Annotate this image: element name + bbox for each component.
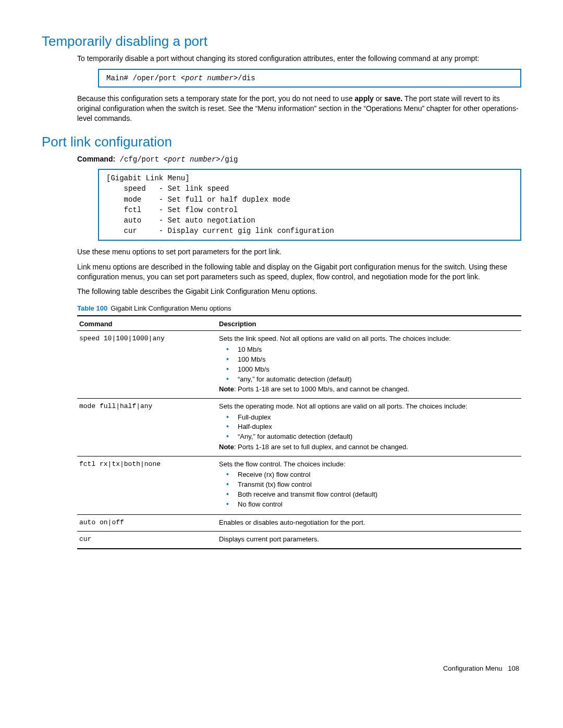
table-row: auto on|offEnables or disables auto-nego… — [77, 514, 521, 532]
note-line: Note: Ports 1-18 are set to full duplex,… — [219, 442, 519, 452]
code-prefix: Main# /oper/port — [106, 74, 181, 82]
code-suffix: /dis — [238, 74, 255, 82]
desc-lead: Sets the operating mode. Not all options… — [219, 402, 519, 411]
table-cell-description: Displays current port parameters. — [217, 532, 521, 549]
table-caption: Table 100Gigabit Link Configuration Menu… — [77, 304, 521, 313]
note-label: Note — [219, 443, 234, 451]
para-use-menu: Use these menu options to set port param… — [77, 247, 521, 257]
para-bold-apply: apply — [354, 94, 374, 103]
table-row: fctl rx|tx|both|noneSets the flow contro… — [77, 456, 521, 514]
desc-lead: Enables or disables auto-negotiation for… — [219, 518, 519, 527]
table-row: speed 10|100|1000|anySets the link speed… — [77, 331, 521, 399]
table-cell-command: speed 10|100|1000|any — [77, 331, 217, 399]
para-seg-a: Because this configuration sets a tempor… — [77, 94, 354, 103]
list-item: 100 Mb/s — [226, 354, 519, 364]
list-item: Full-duplex — [226, 412, 519, 422]
para-seg-mid: or — [374, 94, 384, 103]
table-caption-text: Gigabit Link Configuration Menu options — [111, 304, 231, 312]
table-cell-command: fctl rx|tx|both|none — [77, 456, 217, 514]
code-box-gigabit-menu: [Gigabit Link Menu] speed - Set link spe… — [98, 169, 521, 241]
desc-lead: Sets the link speed. Not all options are… — [219, 334, 519, 343]
table-cell-description: Sets the flow control. The choices inclu… — [217, 456, 521, 514]
col-header-description: Description — [217, 316, 521, 331]
command-prefix: /cfg/port — [115, 155, 163, 164]
page-footer: Configuration Menu 108 — [42, 664, 521, 673]
code-box-disable-port: Main# /oper/port <port number>/dis — [98, 69, 521, 88]
footer-section: Configuration Menu — [443, 664, 502, 672]
command-line: Command: /cfg/port <port number>/gig — [77, 154, 521, 165]
command-var-port-number: <port number> — [164, 155, 221, 164]
table-cell-description: Enables or disables auto-negotiation for… — [217, 514, 521, 532]
list-item: “any,” for automatic detection (default) — [226, 374, 519, 384]
note-line: Note: Ports 1-18 are set to 1000 Mb/s, a… — [219, 385, 519, 394]
list-item: Both receive and transmit flow control (… — [226, 489, 519, 499]
para-intro: To temporarily disable a port without ch… — [77, 54, 521, 64]
command-label: Command: — [77, 155, 115, 163]
footer-page-number: 108 — [508, 664, 519, 672]
desc-lead: Displays current port parameters. — [219, 535, 519, 544]
table-cell-description: Sets the operating mode. Not all options… — [217, 399, 521, 456]
code-var-port-number: <port number> — [181, 74, 238, 82]
note-text: : Ports 1-18 are set to full duplex, and… — [234, 443, 408, 451]
list-item: Receive (rx) flow control — [226, 470, 519, 479]
desc-bullet-list: Receive (rx) flow controlTransmit (tx) f… — [226, 470, 519, 509]
desc-bullet-list: 10 Mb/s100 Mb/s1000 Mb/s“any,” for autom… — [226, 344, 519, 384]
list-item: 1000 Mb/s — [226, 364, 519, 374]
para-apply-save: Because this configuration sets a tempor… — [77, 94, 521, 124]
note-label: Note — [219, 385, 234, 393]
list-item: Transmit (tx) flow control — [226, 479, 519, 489]
desc-lead: Sets the flow control. The choices inclu… — [219, 460, 519, 469]
note-text: : Ports 1-18 are set to 1000 Mb/s, and c… — [234, 385, 409, 393]
heading-port-link-configuration: Port link configuration — [42, 133, 521, 151]
table-cell-description: Sets the link speed. Not all options are… — [217, 331, 521, 399]
para-link-menu: Link menu options are described in the f… — [77, 262, 521, 282]
col-header-command: Command — [77, 316, 217, 331]
table-cell-command: cur — [77, 532, 217, 549]
desc-bullet-list: Full-duplexHalf-duplex“Any,” for automat… — [226, 412, 519, 442]
table-label: Table 100 — [77, 304, 107, 312]
para-bold-save: save. — [384, 94, 402, 103]
table-cell-command: auto on|off — [77, 514, 217, 532]
table-gigabit-link-options: Command Description speed 10|100|1000|an… — [77, 315, 521, 549]
list-item: 10 Mb/s — [226, 344, 519, 354]
heading-temporarily-disabling-port: Temporarily disabling a port — [42, 32, 521, 51]
para-table-intro: The following table describes the Gigabi… — [77, 287, 521, 297]
table-cell-command: mode full|half|any — [77, 399, 217, 456]
command-suffix: /gig — [221, 155, 238, 164]
table-row: mode full|half|anySets the operating mod… — [77, 399, 521, 456]
list-item: No flow control — [226, 499, 519, 509]
list-item: Half-duplex — [226, 422, 519, 431]
list-item: “Any,” for automatic detection (default) — [226, 431, 519, 441]
table-row: curDisplays current port parameters. — [77, 532, 521, 549]
